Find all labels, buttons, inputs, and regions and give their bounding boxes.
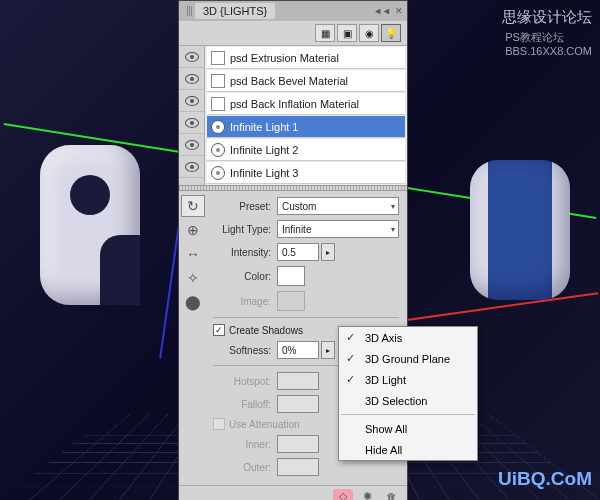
- panel-footer: ◇ ✺ 🗑: [179, 485, 407, 500]
- panel-tab-3d[interactable]: 3D {LIGHTS}: [195, 3, 275, 19]
- eye-icon: [185, 96, 199, 106]
- layer-item[interactable]: Infinite Light 2: [207, 139, 405, 161]
- image-label: Image:: [213, 296, 277, 307]
- slide-tool-button[interactable]: ↔: [181, 243, 205, 265]
- create-shadows-checkbox[interactable]: ✓: [213, 324, 225, 336]
- menu-item-3d-ground-plane[interactable]: ✓3D Ground Plane: [339, 348, 477, 369]
- filter-mesh-button[interactable]: ▣: [337, 24, 357, 42]
- eye-icon: [185, 52, 199, 62]
- hotspot-input: [277, 372, 319, 390]
- new-light-button[interactable]: ✺: [357, 489, 377, 501]
- eye-icon: [185, 140, 199, 150]
- toggle-overlays-button[interactable]: ◇: [333, 489, 353, 501]
- menu-label: Show All: [365, 423, 407, 435]
- point-icon: ✧: [187, 270, 199, 286]
- menu-item-hide-all[interactable]: Hide All: [339, 439, 477, 460]
- softness-stepper[interactable]: ▸: [321, 341, 335, 359]
- panel-collapse-icon[interactable]: ◄◄: [373, 6, 391, 16]
- light-type-dropdown[interactable]: Infinite: [277, 220, 399, 238]
- eye-icon: [185, 162, 199, 172]
- visibility-toggle[interactable]: [179, 112, 204, 134]
- layer-label: Infinite Light 3: [230, 167, 299, 179]
- use-attenuation-label: Use Attenuation: [229, 419, 300, 430]
- menu-label: Hide All: [365, 444, 402, 456]
- image-thumb: [277, 291, 305, 311]
- layers-section: psd Extrusion Material psd Back Bevel Ma…: [179, 46, 407, 185]
- filter-mode-row: ▦ ▣ ◉ 💡: [179, 21, 407, 46]
- menu-item-show-all[interactable]: Show All: [339, 418, 477, 439]
- layer-item[interactable]: psd Back Bevel Material: [207, 70, 405, 92]
- check-icon: ✓: [346, 373, 355, 386]
- material-icon: [211, 51, 225, 65]
- panel-close-icon[interactable]: ✕: [395, 6, 403, 16]
- layer-label: Infinite Light 1: [230, 121, 299, 133]
- falloff-input: [277, 395, 319, 413]
- falloff-label: Falloff:: [213, 399, 277, 410]
- axis-manipulator[interactable]: [30, 270, 110, 310]
- filter-material-button[interactable]: ◉: [359, 24, 379, 42]
- use-attenuation-checkbox: [213, 418, 225, 430]
- panel-drag-handle[interactable]: [183, 6, 195, 16]
- menu-item-3d-selection[interactable]: 3D Selection: [339, 390, 477, 411]
- material-icon: [211, 97, 225, 111]
- menu-label: 3D Selection: [365, 395, 427, 407]
- color-swatch[interactable]: [277, 266, 305, 286]
- section-divider: [213, 317, 399, 318]
- color-icon: ⬤: [185, 294, 201, 310]
- menu-label: 3D Ground Plane: [365, 353, 450, 365]
- softness-label: Softness:: [213, 345, 277, 356]
- pan-tool-button[interactable]: ⊕: [181, 219, 205, 241]
- watermark-text-2: PS教程论坛 BBS.16XX8.COM: [505, 30, 592, 57]
- softness-input[interactable]: 0%: [277, 341, 319, 359]
- slide-icon: ↔: [186, 246, 200, 262]
- delete-button[interactable]: 🗑: [381, 489, 401, 501]
- overlay-context-menu: ✓3D Axis ✓3D Ground Plane ✓3D Light 3D S…: [338, 326, 478, 461]
- visibility-toggle[interactable]: [179, 46, 204, 68]
- light-type-label: Light Type:: [213, 224, 277, 235]
- light-icon: [211, 166, 225, 180]
- panel-controls: ◄◄ ✕: [373, 6, 403, 16]
- layer-item[interactable]: psd Extrusion Material: [207, 47, 405, 69]
- layer-item[interactable]: psd Back Inflation Material: [207, 93, 405, 115]
- light-icon: [211, 143, 225, 157]
- intensity-stepper[interactable]: ▸: [321, 243, 335, 261]
- material-icon: [211, 74, 225, 88]
- preset-dropdown[interactable]: Custom: [277, 197, 399, 215]
- visibility-column: [179, 46, 205, 185]
- visibility-toggle[interactable]: [179, 156, 204, 178]
- outer-input: [277, 458, 319, 476]
- point-tool-button[interactable]: ✧: [181, 267, 205, 289]
- 3d-object-s[interactable]: [470, 160, 590, 310]
- menu-item-3d-light[interactable]: ✓3D Light: [339, 369, 477, 390]
- layer-item[interactable]: Infinite Light 3: [207, 162, 405, 184]
- filter-light-button[interactable]: 💡: [381, 24, 401, 42]
- menu-label: 3D Axis: [365, 332, 402, 344]
- rotate-tool-button[interactable]: ↻: [181, 195, 205, 217]
- visibility-toggle[interactable]: [179, 90, 204, 112]
- layer-item[interactable]: Infinite Light 1: [207, 116, 405, 138]
- watermark-text-1: 思缘设计论坛: [502, 8, 592, 27]
- light-icon: [211, 120, 225, 134]
- intensity-label: Intensity:: [213, 247, 277, 258]
- light-tools-column: ↻ ⊕ ↔ ✧ ⬤: [179, 191, 209, 485]
- panel-tab-bar: 3D {LIGHTS} ◄◄ ✕: [179, 1, 407, 21]
- visibility-toggle[interactable]: [179, 68, 204, 90]
- layers-list: psd Extrusion Material psd Back Bevel Ma…: [205, 46, 407, 185]
- menu-separator: [341, 414, 475, 415]
- eye-icon: [185, 118, 199, 128]
- menu-item-3d-axis[interactable]: ✓3D Axis: [339, 327, 477, 348]
- inner-label: Inner:: [213, 439, 277, 450]
- menu-label: 3D Light: [365, 374, 406, 386]
- check-icon: ✓: [346, 352, 355, 365]
- pan-icon: ⊕: [187, 222, 199, 238]
- intensity-input[interactable]: 0.5: [277, 243, 319, 261]
- filter-scene-button[interactable]: ▦: [315, 24, 335, 42]
- visibility-toggle[interactable]: [179, 134, 204, 156]
- rotate-icon: ↻: [187, 198, 199, 214]
- check-icon: ✓: [346, 331, 355, 344]
- color-tool-button[interactable]: ⬤: [181, 291, 205, 313]
- preset-label: Preset:: [213, 201, 277, 212]
- outer-label: Outer:: [213, 462, 277, 473]
- layer-label: psd Extrusion Material: [230, 52, 339, 64]
- layer-label: psd Back Inflation Material: [230, 98, 359, 110]
